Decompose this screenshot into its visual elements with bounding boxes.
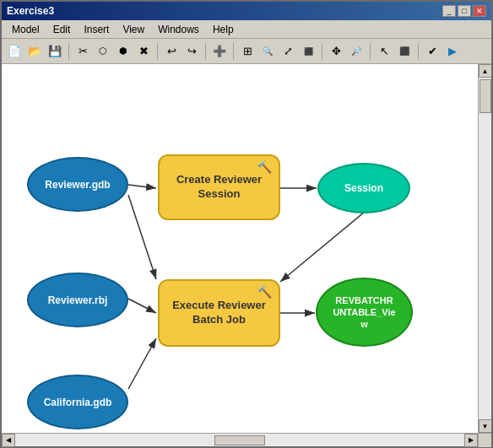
- node-reviewer-gdb[interactable]: Reviewer.gdb: [27, 157, 128, 212]
- node-execute-reviewer-batch-job[interactable]: 🔨 Execute ReviewerBatch Job: [158, 279, 280, 347]
- zoom-in-button[interactable]: 🔍: [258, 42, 277, 61]
- scroll-thumb-h[interactable]: [214, 435, 265, 445]
- separator-3: [205, 43, 206, 60]
- paste-button[interactable]: ⬢: [114, 42, 133, 61]
- node-revbatch[interactable]: REVBATCHRUNTABLE_View: [316, 278, 413, 347]
- node-california-gdb[interactable]: California.gdb: [27, 375, 128, 429]
- save-button[interactable]: 💾: [46, 42, 64, 61]
- fit2-button[interactable]: ⬛: [299, 42, 317, 61]
- menu-view[interactable]: View: [116, 22, 151, 37]
- node-revbatch-label: REVBATCHRUNTABLE_View: [333, 294, 395, 331]
- menu-insert[interactable]: Insert: [77, 22, 116, 37]
- bottom-bar: ◀ ▶: [2, 433, 491, 446]
- hammer-icon-1: 🔨: [257, 159, 272, 175]
- svg-line-4: [128, 195, 156, 279]
- fit-button[interactable]: ⤢: [279, 42, 297, 61]
- hammer-icon-2: 🔨: [257, 284, 272, 300]
- redo-button[interactable]: ↪: [182, 42, 201, 61]
- svg-line-6: [128, 338, 156, 389]
- scroll-down-button[interactable]: ▼: [479, 419, 492, 433]
- scroll-up-button[interactable]: ▲: [479, 64, 492, 78]
- separator-2: [157, 43, 158, 60]
- connect-button[interactable]: ⬛: [395, 42, 414, 61]
- zoom-out-button[interactable]: 🔎: [347, 42, 366, 61]
- scroll-track-v[interactable]: [479, 78, 491, 419]
- new-button[interactable]: 📄: [5, 42, 24, 61]
- scroll-corner: [478, 434, 491, 447]
- scroll-thumb-v[interactable]: [479, 79, 491, 113]
- scroll-right-button[interactable]: ▶: [464, 434, 478, 447]
- add-button[interactable]: ➕: [210, 42, 229, 61]
- menu-edit[interactable]: Edit: [46, 22, 78, 37]
- minimize-button[interactable]: _: [442, 5, 456, 17]
- node-reviewer-gdb-label: Reviewer.gdb: [45, 179, 110, 191]
- window-title: Exercise3: [7, 5, 54, 17]
- title-bar-buttons: _ □ ✕: [442, 5, 486, 17]
- menu-windows[interactable]: Windows: [151, 22, 206, 37]
- node-create-session-label: Create ReviewerSession: [176, 173, 262, 202]
- node-session-label: Session: [344, 182, 383, 194]
- cut-button[interactable]: ✂: [73, 42, 92, 61]
- maximize-button[interactable]: □: [458, 5, 471, 17]
- scroll-track-h[interactable]: [15, 434, 464, 446]
- menu-model[interactable]: Model: [5, 22, 46, 37]
- menu-bar: Model Edit Insert View Windows Help: [2, 20, 491, 39]
- toolbar: 📄 📂 💾 ✂ ⬡ ⬢ ✖ ↩ ↪ ➕ ⊞ 🔍 ⤢ ⬛ ✥ 🔎 ↖ ⬛ ✔ ▶: [2, 39, 491, 64]
- scrollbar-vertical: ▲ ▼: [478, 64, 491, 433]
- node-execute-batch-label: Execute ReviewerBatch Job: [172, 299, 266, 327]
- validate-button[interactable]: ✔: [423, 42, 442, 61]
- svg-line-5: [128, 299, 156, 313]
- select-button[interactable]: ↖: [375, 42, 393, 61]
- node-session[interactable]: Session: [317, 163, 410, 213]
- separator-6: [370, 43, 371, 60]
- canvas[interactable]: Reviewer.gdb Reviewer.rbj California.gdb…: [2, 64, 478, 433]
- separator-7: [418, 43, 419, 60]
- open-button[interactable]: 📂: [25, 42, 44, 61]
- grid-button[interactable]: ⊞: [238, 42, 257, 61]
- menu-help[interactable]: Help: [206, 22, 241, 37]
- close-button[interactable]: ✕: [473, 5, 486, 17]
- undo-button[interactable]: ↩: [162, 42, 181, 61]
- svg-line-1: [128, 185, 156, 188]
- scroll-left-button[interactable]: ◀: [2, 434, 15, 447]
- separator-1: [68, 43, 69, 60]
- main-window: Exercise3 _ □ ✕ Model Edit Insert View W…: [0, 0, 493, 448]
- node-california-gdb-label: California.gdb: [44, 397, 112, 408]
- content-area: Reviewer.gdb Reviewer.rbj California.gdb…: [2, 64, 491, 433]
- node-create-reviewer-session[interactable]: 🔨 Create ReviewerSession: [158, 154, 280, 220]
- title-bar: Exercise3 _ □ ✕: [2, 2, 491, 20]
- separator-4: [233, 43, 234, 60]
- run-button[interactable]: ▶: [443, 42, 462, 61]
- scrollbar-horizontal: ◀ ▶: [2, 434, 478, 446]
- pan-button[interactable]: ✥: [327, 42, 345, 61]
- node-reviewer-rbj[interactable]: Reviewer.rbj: [27, 273, 128, 327]
- node-reviewer-rbj-label: Reviewer.rbj: [48, 294, 108, 306]
- delete-button[interactable]: ✖: [134, 42, 153, 61]
- svg-line-3: [280, 212, 365, 282]
- separator-5: [322, 43, 322, 60]
- copy-button[interactable]: ⬡: [94, 42, 112, 61]
